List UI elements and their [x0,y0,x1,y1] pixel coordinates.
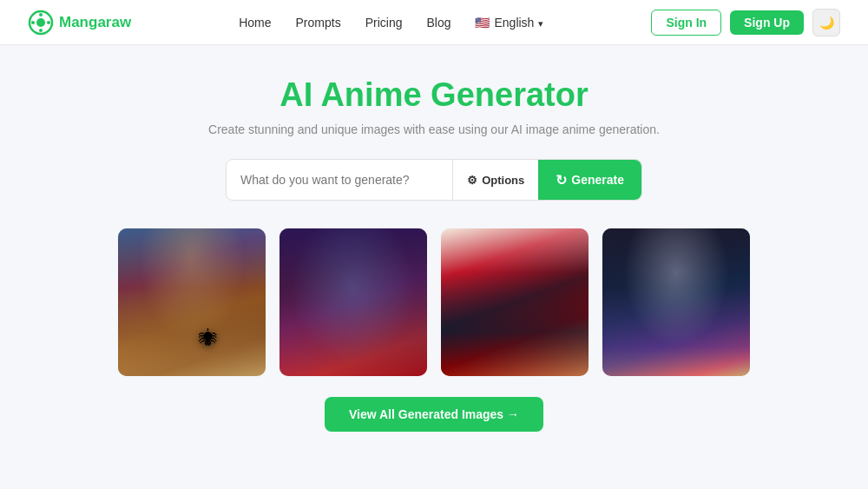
nav-prompts[interactable]: Prompts [296,16,341,30]
nav-blog[interactable]: Blog [426,16,450,30]
nav-auth-buttons: Sign In Sign Up 🌙 [651,9,840,36]
navbar: Mangaraw Home Prompts Pricing Blog 🇺🇸 En… [0,0,868,45]
gallery-image-3[interactable] [441,228,589,376]
svg-point-5 [47,21,50,24]
main-content: AI Anime Generator Create stunning and u… [0,45,868,432]
generate-label: Generate [571,173,624,187]
nav-links: Home Prompts Pricing Blog 🇺🇸 English [239,15,543,30]
hero-subtitle: Create stunning and unique images with e… [208,122,660,136]
view-all-label: View All Generated Images → [349,407,519,421]
hero-title: AI Anime Generator [279,76,588,114]
view-all-button[interactable]: View All Generated Images → [325,397,543,432]
nav-pricing[interactable]: Pricing [365,16,403,30]
brand-name: Mangaraw [59,14,131,31]
svg-point-3 [39,29,43,32]
logo[interactable]: Mangaraw [28,10,131,36]
language-flag: 🇺🇸 [475,16,490,30]
nav-home[interactable]: Home [239,16,271,30]
darkmode-button[interactable]: 🌙 [812,9,840,36]
generate-button[interactable]: Generate [538,160,641,200]
search-input[interactable] [227,162,452,197]
gear-icon [467,174,477,187]
options-button[interactable]: Options [452,160,538,200]
search-bar: Options Generate [226,159,642,201]
gallery-image-2[interactable] [279,228,427,376]
options-label: Options [482,174,524,187]
language-label: English [494,16,534,30]
chevron-down-icon [538,16,543,30]
logo-icon [28,10,54,36]
svg-point-2 [39,13,43,17]
svg-point-1 [36,18,45,27]
image-gallery [118,228,750,376]
signup-button[interactable]: Sign Up [730,10,804,35]
moon-icon: 🌙 [819,16,834,30]
gallery-image-1[interactable] [118,228,266,376]
svg-point-4 [31,21,35,24]
signin-button[interactable]: Sign In [651,10,721,36]
gallery-image-4[interactable] [602,228,750,376]
language-selector[interactable]: 🇺🇸 English [475,16,543,30]
refresh-icon [556,172,567,188]
